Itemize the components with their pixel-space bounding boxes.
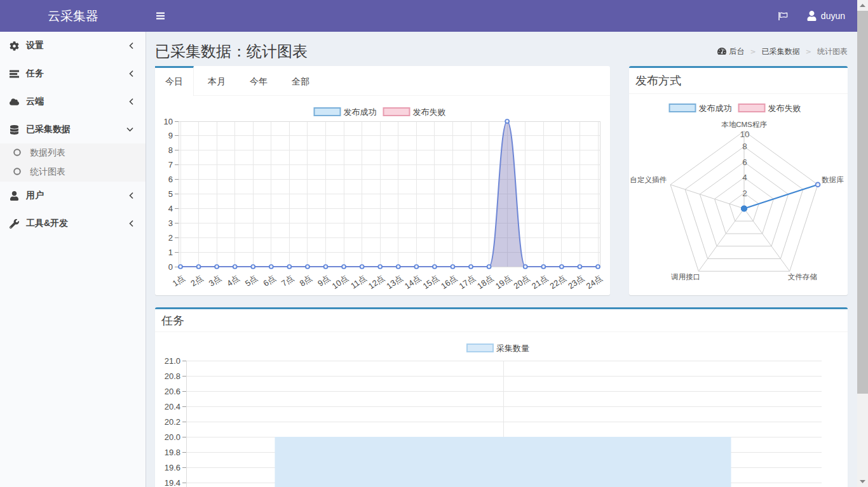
tasks-panel-title: 任务 (161, 313, 184, 328)
svg-text:20.6: 20.6 (165, 387, 180, 396)
svg-text:14点: 14点 (403, 273, 423, 291)
svg-text:10: 10 (164, 117, 173, 126)
top-navbar: 云采集器 duyun (0, 0, 857, 32)
chevron-left-icon (129, 98, 133, 105)
dashboard-icon (717, 47, 726, 57)
language-flag-button[interactable] (769, 0, 797, 32)
page-title: 已采集数据：统计图表 (155, 41, 308, 62)
svg-text:1点: 1点 (171, 273, 187, 288)
tab-3[interactable]: 全部 (281, 66, 320, 96)
svg-text:本地CMS程序: 本地CMS程序 (721, 121, 767, 128)
sidebar-item-label: 工具&开发 (26, 218, 68, 229)
sidebar-item-0[interactable]: 设置 (0, 32, 146, 60)
sidebar-item-label: 云端 (26, 96, 44, 107)
svg-text:18点: 18点 (475, 273, 495, 291)
svg-text:6: 6 (168, 175, 173, 184)
sidebar-item-3[interactable]: 已采集数据 (0, 116, 146, 143)
application-window: 云采集器 duyun 设置任务 (0, 0, 857, 487)
svg-text:24点: 24点 (585, 273, 604, 291)
sidebar-item-label: 任务 (26, 68, 44, 79)
chart-period-tabs: 今日本月今年全部 (155, 66, 610, 96)
panel-tasks: 任务 采集数量21.020.820.620.420.220.019.819.61… (155, 307, 848, 487)
scrollbar-up-button[interactable] (857, 0, 868, 11)
publish-method-radar-chart: 发布成功发布失败108642本地CMS程序数据库文件存储调用接口自定义插件 (629, 94, 848, 294)
user-menu-button[interactable]: duyun (797, 0, 855, 32)
svg-text:10: 10 (740, 130, 749, 139)
svg-text:20.0: 20.0 (165, 432, 180, 442)
browser-scrollbar[interactable] (857, 0, 868, 487)
hourly-area-chart: 发布成功发布失败0123456789101点2点3点4点5点6点7点8点9点10… (155, 96, 610, 293)
scrollbar-down-button[interactable] (857, 476, 868, 487)
tab-1[interactable]: 本月 (198, 66, 236, 96)
svg-text:发布成功: 发布成功 (344, 107, 377, 117)
breadcrumb-separator: > (800, 48, 817, 56)
svg-text:7: 7 (168, 160, 173, 170)
sidebar-subitem-1[interactable]: 统计图表 (0, 163, 146, 182)
svg-text:数据库: 数据库 (822, 176, 844, 183)
svg-text:5: 5 (168, 189, 173, 199)
svg-text:8: 8 (742, 142, 747, 151)
svg-text:2点: 2点 (189, 273, 205, 288)
sidebar-item-1[interactable]: 任务 (0, 60, 146, 88)
panel-publish-method: 发布方式 发布成功发布失败108642本地CMS程序数据库文件存储调用接口自定义… (629, 66, 848, 295)
gear-icon (10, 41, 19, 51)
chevron-down-icon (126, 128, 133, 132)
scroll-down-icon (860, 480, 865, 483)
chevron-left-icon (129, 220, 133, 227)
svg-text:22点: 22点 (548, 273, 567, 291)
chevron-left-icon (129, 192, 133, 199)
svg-text:3点: 3点 (207, 273, 223, 288)
svg-text:4: 4 (742, 173, 747, 182)
svg-text:文件存储: 文件存储 (788, 273, 818, 281)
sidebar-item-5[interactable]: 工具&开发 (0, 210, 146, 237)
chevron-left-icon (129, 70, 133, 77)
tab-2[interactable]: 今年 (240, 66, 278, 96)
svg-text:15点: 15点 (421, 273, 441, 291)
svg-text:1: 1 (168, 248, 173, 257)
svg-text:9: 9 (168, 131, 173, 140)
svg-text:20.8: 20.8 (165, 371, 180, 381)
sidebar: 设置任务云端已采集数据数据列表统计图表用户工具&开发 (0, 32, 146, 487)
panel-hourly-chart: 今日本月今年全部 发布成功发布失败0123456789101点2点3点4点5点6… (155, 66, 610, 295)
sidebar-item-2[interactable]: 云端 (0, 88, 146, 116)
sidebar-subitem-0[interactable]: 数据列表 (0, 143, 146, 163)
svg-text:2: 2 (168, 233, 173, 243)
svg-text:发布成功: 发布成功 (699, 103, 732, 113)
database-icon (10, 125, 19, 135)
svg-text:4点: 4点 (225, 273, 241, 288)
scroll-up-icon (860, 4, 865, 7)
brand-logo[interactable]: 云采集器 (0, 0, 146, 32)
content-area: 已采集数据：统计图表 后台>已采集数据>统计图表 今日本月今年全部 发布成功发布… (147, 32, 857, 487)
svg-text:12点: 12点 (367, 273, 386, 291)
breadcrumb-item[interactable]: 统计图表 (817, 46, 848, 57)
sidebar-subitem-label: 统计图表 (30, 166, 65, 178)
scrollbar-thumb[interactable] (857, 11, 868, 394)
svg-text:23点: 23点 (566, 273, 586, 291)
sidebar-item-label: 设置 (26, 40, 44, 51)
svg-text:19点: 19点 (494, 273, 513, 291)
breadcrumb-item: 后台 (729, 46, 745, 57)
svg-text:2: 2 (742, 189, 747, 198)
sidebar-item-4[interactable]: 用户 (0, 182, 146, 210)
user-icon (10, 191, 19, 201)
svg-text:8点: 8点 (297, 273, 313, 288)
svg-text:19.6: 19.6 (165, 463, 180, 472)
svg-text:7点: 7点 (280, 273, 295, 288)
svg-text:自定义插件: 自定义插件 (630, 176, 667, 183)
svg-text:20点: 20点 (512, 273, 531, 291)
svg-text:6点: 6点 (261, 273, 277, 288)
wrench-icon (10, 219, 19, 229)
breadcrumb-home-link[interactable]: 后台 (717, 46, 745, 57)
svg-text:20.2: 20.2 (165, 417, 180, 427)
sidebar-subitem-label: 数据列表 (30, 147, 65, 159)
svg-text:20.4: 20.4 (165, 402, 180, 411)
breadcrumb-item[interactable]: 已采集数据 (762, 46, 800, 57)
svg-text:发布失败: 发布失败 (413, 107, 446, 117)
tab-0[interactable]: 今日 (155, 66, 194, 96)
svg-text:4: 4 (168, 204, 173, 213)
svg-text:17点: 17点 (458, 273, 477, 291)
svg-text:21.0: 21.0 (165, 356, 180, 366)
tasks-icon (10, 69, 19, 79)
sidebar-toggle-button[interactable] (146, 0, 174, 32)
svg-text:调用接口: 调用接口 (670, 273, 700, 281)
